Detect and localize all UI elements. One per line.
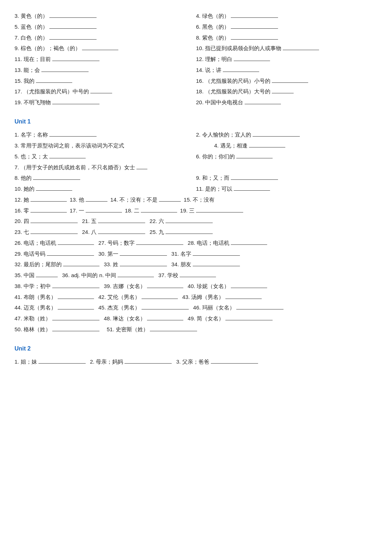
item-19: 19. 不明飞翔物: [15, 97, 196, 108]
item-11: 11. 现在；目前: [15, 54, 196, 64]
u1-row-32-34: 32. 最后的；尾部的 33. 姓 34. 朋友: [15, 259, 377, 270]
item-16: 16. （尤指服装的尺码）小号的: [196, 76, 377, 86]
u1-row-47-49: 47. 米勒（姓） 48. 琳达（女名） 49. 简（女名）: [15, 313, 377, 324]
u1-row-20-22: 20. 四 21. 五 22. 六: [15, 216, 377, 226]
item-8: 8. 紫色（的）: [196, 33, 377, 43]
u1-row-44-46: 44. 迈克（男名） 45. 杰克（男名） 46. 玛丽（女名）: [15, 303, 377, 313]
u1-row-8-9: 8. 他的 9. 和；又；而: [15, 173, 377, 183]
item-13: 13. 能；会: [15, 65, 196, 75]
u1-item-8: 8. 他的: [15, 173, 196, 183]
u1-item-11: 11. 是的；可以: [196, 184, 377, 194]
u1-row-29-31: 29. 电话号码 30. 第一 31. 名字: [15, 249, 377, 259]
u1-row-10-11: 10. 她的 11. 是的；可以: [15, 184, 377, 194]
u1-item-2: 2. 令人愉快的；宜人的: [196, 130, 377, 140]
u1-row-1-2: 1. 名字；名称 2. 令人愉快的；宜人的: [15, 130, 377, 140]
u1-row-41-43: 41. 布朗（男名） 42. 艾伦（男名） 43. 汤姆（男名）: [15, 292, 377, 302]
item-17: 17. （尤指服装的尺码）中号的: [15, 86, 196, 97]
u1-row-38-40: 38. 中学；初中 39. 吉娜（女名） 40. 珍妮（女名）: [15, 281, 377, 291]
item-14: 14. 说；讲: [196, 65, 377, 75]
item-9: 9. 棕色（的）；褐色（的）: [15, 43, 196, 53]
row-13-14: 13. 能；会 14. 说；讲: [15, 65, 377, 75]
item-10: 10. 指已提到或易领会到的人或事物: [196, 43, 377, 53]
u2-row-1-3: 1. 姐；妹 2. 母亲；妈妈 3. 父亲；爸爸: [15, 357, 377, 367]
u1-item-7: 7. （用于女子的姓氏或姓名前，不只名婚否）女士: [15, 162, 377, 173]
item-6: 6. 黑色（的）: [196, 22, 377, 32]
section-top: 3. 黄色（的） 4. 绿色（的） 5. 蓝色（的） 6. 黑色（的） 7. 白…: [15, 11, 377, 108]
u1-item-5: 5. 也；又；太: [15, 151, 196, 162]
u1-item-6: 6. 你的；你们的: [196, 151, 377, 162]
u1-row-3-4: 3. 常用于原型动词之前，表示该动词为不定式 4. 遇见；相逢: [15, 141, 377, 151]
u1-row-50-51: 50. 格林（姓） 51. 史密斯（姓）: [15, 324, 377, 335]
item-7: 7. 白色（的）: [15, 33, 196, 43]
u1-item-1: 1. 名字；名称: [15, 130, 196, 140]
row-19-20: 19. 不明飞翔物 20. 中国中央电视台: [15, 97, 377, 108]
u1-row-7: 7. （用于女子的姓氏或姓名前，不只名婚否）女士: [15, 162, 377, 173]
item-5: 5. 蓝色（的）: [15, 22, 196, 32]
u1-row-5-6: 5. 也；又；太 6. 你的；你们的: [15, 151, 377, 162]
unit-1-section: Unit 1 1. 名字；名称 2. 令人愉快的；宜人的 3. 常用于原型动词之…: [15, 116, 377, 335]
row-11-12: 11. 现在；目前 12. 理解；明白: [15, 54, 377, 64]
u1-item-9: 9. 和；又；而: [196, 173, 377, 183]
item-4: 4. 绿色（的）: [196, 11, 377, 21]
row-17-18: 17. （尤指服装的尺码）中号的 18. （尤指服装的尺码）大号的: [15, 86, 377, 97]
row-7-8: 7. 白色（的） 8. 紫色（的）: [15, 33, 377, 43]
item-3: 3. 黄色（的）: [15, 11, 196, 21]
row-5-6: 5. 蓝色（的） 6. 黑色（的）: [15, 22, 377, 32]
item-20: 20. 中国中央电视台: [196, 97, 377, 108]
u1-row-26-28: 26. 电话；电话机 27. 号码；数字 28. 电话；电话机: [15, 238, 377, 248]
u1-row-12-15: 12. 她 13. 他 14. 不；没有；不是 15. 不；没有: [15, 195, 377, 205]
worksheet: 3. 黄色（的） 4. 绿色（的） 5. 蓝色（的） 6. 黑色（的） 7. 白…: [15, 11, 377, 367]
unit-2-title: Unit 2: [15, 343, 377, 354]
u1-item-10: 10. 她的: [15, 184, 196, 194]
item-18: 18. （尤指服装的尺码）大号的: [196, 86, 377, 97]
row-3-4: 3. 黄色（的） 4. 绿色（的）: [15, 11, 377, 21]
unit-1-title: Unit 1: [15, 116, 377, 127]
u1-item-4: 4. 遇见；相逢: [214, 141, 377, 151]
u1-row-16-19: 16. 零 17. 一 18. 二 19. 三: [15, 206, 377, 216]
row-9-10: 9. 棕色（的）；褐色（的） 10. 指已提到或易领会到的人或事物: [15, 43, 377, 53]
u1-row-35-37: 35. 中国 36. adj. 中间的 n. 中间 37. 学校: [15, 270, 377, 280]
item-15: 15. 我的: [15, 76, 196, 86]
u1-row-23-25: 23. 七 24. 八 25. 九: [15, 227, 377, 237]
unit-2-section: Unit 2 1. 姐；妹 2. 母亲；妈妈 3. 父亲；爸爸: [15, 343, 377, 367]
item-12: 12. 理解；明白: [196, 54, 377, 64]
row-15-16: 15. 我的 16. （尤指服装的尺码）小号的: [15, 76, 377, 86]
u1-item-3: 3. 常用于原型动词之前，表示该动词为不定式: [15, 141, 214, 151]
